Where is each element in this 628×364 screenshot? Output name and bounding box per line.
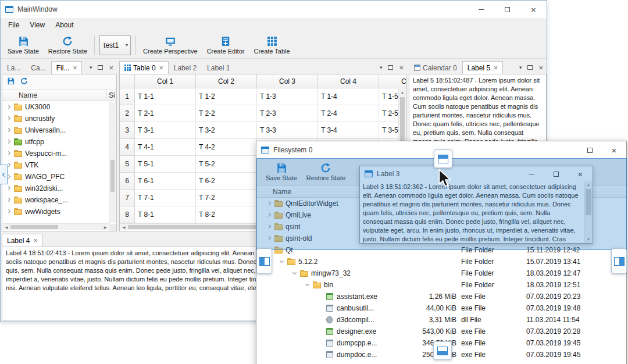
scrollbar-thumb[interactable]	[586, 189, 591, 215]
table-cell[interactable]: T 5-2	[196, 156, 257, 173]
tree-vertical-scrollbar[interactable]	[109, 102, 116, 223]
expander-icon[interactable]	[5, 150, 13, 157]
folder-row[interactable]: VTK	[2, 159, 116, 171]
file-row[interactable]: Qt File Folder 15.11.2019 12:42	[256, 244, 626, 256]
table-cell[interactable]: T 1-4	[318, 88, 379, 105]
expander-icon[interactable]	[304, 281, 312, 288]
expander-icon[interactable]	[266, 200, 273, 207]
folder-row[interactable]: uncrustify	[2, 113, 116, 124]
file-row[interactable]: mingw73_32 File Folder 18.03.2019 12:47	[256, 267, 626, 279]
row-header[interactable]: 8	[120, 206, 135, 223]
folder-row[interactable]: win32diski...	[2, 183, 116, 194]
table-cell[interactable]: T 7-1	[135, 190, 196, 206]
menu-item[interactable]: About	[50, 19, 78, 31]
create-editor-button[interactable]: Create Editor	[202, 35, 249, 56]
dock-tab[interactable]: Fil... ×	[51, 61, 83, 74]
table-cell[interactable]: T 5-1	[135, 156, 196, 173]
tabs-menu-button[interactable]: ▾	[90, 65, 92, 70]
expander-icon[interactable]	[317, 305, 324, 312]
scroll-left-icon[interactable]: ◀	[120, 224, 127, 230]
dock-tab[interactable]: Label 2 ×	[169, 61, 202, 74]
expander-icon[interactable]	[317, 328, 324, 335]
folder-row[interactable]: UK3000	[2, 101, 116, 113]
drop-indicator-left[interactable]	[256, 248, 272, 274]
expander-icon[interactable]	[317, 316, 324, 323]
label3-vertical-scrollbar[interactable]: ▲ ▼	[584, 181, 593, 243]
scroll-down-icon[interactable]: ▼	[584, 236, 593, 243]
expander-icon[interactable]	[317, 351, 324, 358]
create-perspective-button[interactable]: Create Perspective	[138, 35, 202, 56]
table-cell[interactable]: T 3-1	[135, 122, 196, 139]
table-cell[interactable]: T 3-3	[257, 122, 318, 139]
file-row[interactable]: designer.exe 543,00 KiB exe File 07.03.2…	[256, 326, 626, 337]
expander-icon[interactable]	[279, 258, 286, 265]
scroll-up-icon[interactable]: ▲	[399, 89, 406, 96]
main-titlebar[interactable]: MainWindow ×	[1, 1, 547, 18]
tabs-menu-button[interactable]: ▾	[519, 65, 522, 70]
restore-state-small-button[interactable]	[20, 77, 28, 87]
row-header[interactable]: 4	[120, 139, 135, 156]
folder-row[interactable]: workspace_...	[2, 194, 116, 206]
table-cell[interactable]: T 6-1	[135, 173, 196, 190]
folder-row[interactable]: wwWidgets	[2, 206, 116, 217]
expander-icon[interactable]	[317, 293, 324, 300]
expander-icon[interactable]	[5, 208, 13, 215]
menu-item[interactable]: File	[3, 19, 24, 31]
scroll-up-icon[interactable]: ▲	[584, 181, 593, 188]
table-cell[interactable]: T 1-1	[135, 88, 196, 105]
header-size[interactable]: Si	[106, 91, 116, 99]
save-state-button[interactable]: Save State	[3, 35, 44, 56]
label3-titlebar[interactable]: Label 3 ×	[360, 166, 593, 181]
expander-icon[interactable]	[266, 212, 273, 219]
file-row[interactable]: canbusutil... 44,00 KiB exe File 07.03.2…	[256, 302, 626, 314]
undock-button[interactable]	[527, 65, 533, 70]
close-button[interactable]: ×	[520, 1, 547, 18]
file-row[interactable]: 5.12.2 File Folder 15.07.2019 13:41	[256, 256, 626, 267]
undock-button[interactable]	[98, 65, 103, 70]
row-header[interactable]: 2	[120, 105, 135, 122]
dock-tab[interactable]: Label 5 ×	[462, 61, 503, 74]
table-cell[interactable]: T 1-2	[196, 88, 257, 105]
dock-close-button[interactable]: ×	[538, 63, 543, 72]
drop-indicator-top[interactable]	[434, 149, 452, 168]
row-header[interactable]: 5	[120, 156, 135, 173]
file-row[interactable]: assistant.exe 1,26 MiB exe File 07.03.20…	[256, 291, 626, 302]
row-header[interactable]: 6	[120, 173, 135, 190]
maximize-button[interactable]	[494, 1, 520, 18]
minimize-button[interactable]	[468, 1, 494, 18]
table-cell[interactable]: T 7-2	[196, 190, 257, 206]
expander-icon[interactable]	[317, 340, 324, 347]
folder-row[interactable]: WAGO_PFC	[2, 171, 116, 183]
expander-icon[interactable]	[291, 270, 299, 277]
expander-icon[interactable]	[5, 197, 13, 204]
file-row[interactable]: d3dcompil... 3,31 MiB dll File 11.03.201…	[256, 314, 626, 326]
dock-tab[interactable]: La... ×	[2, 61, 26, 74]
table-cell[interactable]: T 2-3	[257, 105, 318, 122]
expander-icon[interactable]	[5, 115, 13, 122]
restore-state-button[interactable]: Restore State	[44, 35, 92, 56]
table-cell[interactable]: T 3-2	[196, 122, 257, 139]
expander-icon[interactable]	[5, 127, 13, 134]
dock-close-button[interactable]: ×	[109, 63, 113, 72]
tab-close-icon[interactable]: ×	[494, 65, 498, 72]
label3-text[interactable]: Label 3 18:51:02:362 - Lorem ipsum dolor…	[360, 181, 584, 243]
table-cell[interactable]: T 6-2	[196, 173, 257, 190]
maximize-button[interactable]	[577, 141, 602, 159]
table-cell[interactable]: T 4-2	[196, 139, 257, 156]
tabs-menu-button[interactable]: ▾	[380, 65, 383, 70]
table-cell[interactable]: T 1-3	[257, 88, 318, 105]
tab-close-icon[interactable]: ×	[159, 65, 163, 72]
dock-close-button[interactable]: ×	[399, 63, 404, 72]
undock-button[interactable]	[388, 65, 393, 70]
folder-row[interactable]: utfcpp	[2, 136, 116, 148]
drop-indicator-right[interactable]	[611, 248, 627, 274]
table-cell[interactable]: T 2-2	[196, 105, 257, 122]
folder-row[interactable]: UniversalIn...	[2, 124, 116, 136]
expander-icon[interactable]	[5, 185, 13, 192]
table-cell[interactable]: T 8-1	[135, 206, 196, 223]
minimize-button[interactable]	[519, 166, 544, 181]
close-button[interactable]: ×	[602, 141, 626, 159]
close-button[interactable]: ×	[568, 166, 593, 181]
maximize-button[interactable]	[544, 166, 568, 181]
table-cell[interactable]: T 4-1	[135, 139, 196, 156]
